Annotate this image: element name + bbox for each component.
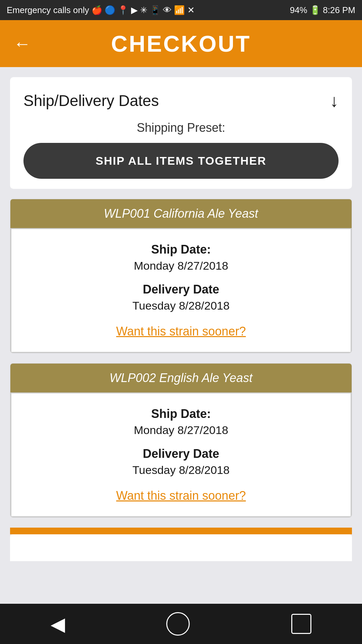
status-bar-left: Emergency calls only 🍎 🔵 📍 ▶ ✳ 📱 👁 📶 ✕: [7, 5, 195, 15]
ship-date-value-wlp002: Monday 8/27/2018: [25, 424, 337, 437]
want-sooner-link-wlp002[interactable]: Want this strain sooner?: [25, 489, 337, 503]
product-name-wlp001: WLP001 California Ale Yeast: [104, 207, 258, 220]
shipping-preset-label: Shipping Preset:: [23, 121, 339, 135]
ship-date-section-wlp001: Ship Date: Monday 8/27/2018: [25, 243, 337, 272]
main-content: Ship/Delivery Dates ↓ Shipping Preset: S…: [0, 67, 362, 571]
ship-all-button[interactable]: SHIP ALL ITEMS TOGETHER: [23, 143, 339, 179]
ship-date-value-wlp001: Monday 8/27/2018: [25, 259, 337, 272]
orange-separator: [10, 528, 352, 534]
status-bar-right: 94% 🔋 8:26 PM: [290, 5, 355, 15]
nav-home-icon[interactable]: [166, 612, 190, 636]
header: ← CHECKOUT: [0, 20, 362, 67]
product-card-wlp002: WLP002 English Ale Yeast Ship Date: Mond…: [10, 363, 352, 518]
status-bar: Emergency calls only 🍎 🔵 📍 ▶ ✳ 📱 👁 📶 ✕ 9…: [0, 0, 362, 20]
ship-date-label-wlp001: Ship Date:: [25, 243, 337, 257]
want-sooner-link-wlp001[interactable]: Want this strain sooner?: [25, 324, 337, 338]
product-card-wlp001: WLP001 California Ale Yeast Ship Date: M…: [10, 199, 352, 353]
product-name-wlp002: WLP002 English Ale Yeast: [110, 371, 252, 385]
chevron-down-icon[interactable]: ↓: [330, 91, 339, 111]
delivery-date-value-wlp002: Tuesday 8/28/2018: [25, 464, 337, 477]
delivery-date-label-wlp002: Delivery Date: [25, 447, 337, 461]
partial-card: [10, 534, 352, 561]
delivery-date-section-wlp002: Delivery Date Tuesday 8/28/2018: [25, 447, 337, 477]
product-card-header-wlp002: WLP002 English Ale Yeast: [10, 364, 352, 392]
dates-section-title: Ship/Delivery Dates: [23, 92, 159, 110]
delivery-date-section-wlp001: Delivery Date Tuesday 8/28/2018: [25, 282, 337, 312]
back-button[interactable]: ←: [13, 34, 31, 54]
page-title: CHECKOUT: [111, 31, 251, 57]
nav-bar: ◀: [0, 604, 362, 644]
delivery-date-value-wlp001: Tuesday 8/28/2018: [25, 299, 337, 312]
delivery-date-label-wlp001: Delivery Date: [25, 282, 337, 297]
dates-card-header: Ship/Delivery Dates ↓: [23, 91, 339, 111]
nav-back-icon[interactable]: ◀: [51, 613, 65, 635]
product-card-body-wlp002: Ship Date: Monday 8/27/2018 Delivery Dat…: [10, 392, 352, 517]
nav-recents-icon[interactable]: [291, 614, 311, 634]
product-card-body-wlp001: Ship Date: Monday 8/27/2018 Delivery Dat…: [10, 228, 352, 353]
ship-delivery-dates-card: Ship/Delivery Dates ↓ Shipping Preset: S…: [10, 77, 352, 189]
ship-date-label-wlp002: Ship Date:: [25, 407, 337, 421]
ship-date-section-wlp002: Ship Date: Monday 8/27/2018: [25, 407, 337, 437]
product-card-header-wlp001: WLP001 California Ale Yeast: [10, 199, 352, 228]
